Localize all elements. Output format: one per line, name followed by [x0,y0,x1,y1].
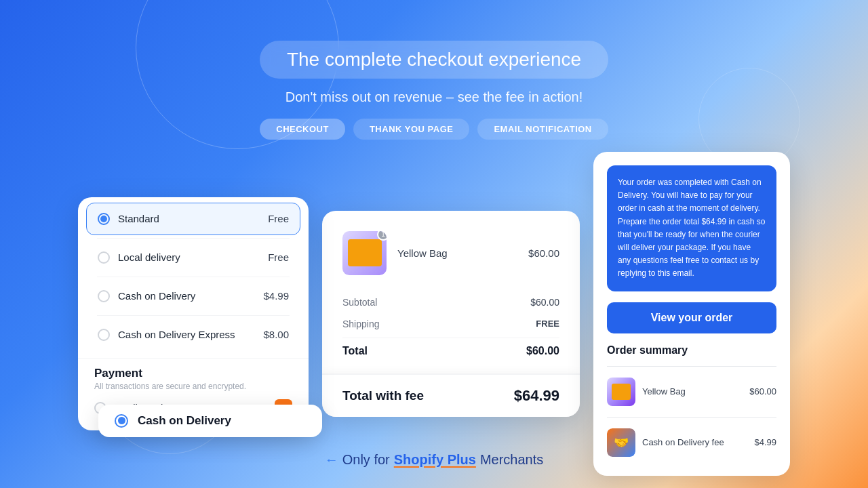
order-item-bag-name: Yellow Bag [642,386,743,396]
order-panel: 1 Yellow Bag $60.00 Subtotal $60.00 Ship… [322,211,580,417]
order-item-divider [607,417,776,418]
bag-quantity-badge: 1 [377,231,387,241]
fee-label: Total with fee [342,388,424,403]
checkout-panel-wrapper: Standard Free Local delivery Free [78,197,309,430]
fee-value: $64.99 [514,387,559,405]
footer-text: ← Only for Shopify Plus Merchants [325,452,544,468]
footer-suffix: Merchants [480,452,543,468]
divider-3 [97,315,290,316]
order-summary-divider [607,366,776,367]
shipping-row: Shipping FREE [342,313,559,335]
payment-subtitle: All transactions are secure and encrypte… [94,382,292,391]
tab-email-notification[interactable]: EMAIL NOTIFICATION [477,119,608,140]
shipping-option-standard[interactable]: Standard Free [86,203,300,235]
yellow-bag-shape [348,239,382,266]
yellow-bag-thumbnail [607,378,635,406]
cod-floating-card[interactable]: Cash on Delivery [98,405,322,437]
page-title: The complete checkout experience [287,49,581,70]
email-text: Your order was completed with Cash on De… [618,176,766,281]
standard-price: Free [268,213,289,224]
order-item-cod-name: Cash on Delivery fee [642,437,747,447]
cod-card-label: Cash on Delivery [138,414,231,428]
cod-express-price: $8.00 [263,329,289,340]
radio-cod [98,290,110,302]
radio-cod-express [98,329,110,341]
total-value: $60.00 [526,345,559,357]
bag-icon [612,384,631,400]
cod-label: Cash on Delivery [118,290,195,302]
radio-standard [98,213,110,225]
payment-title: Payment [94,367,292,380]
order-item-cod-price: $4.99 [754,437,776,447]
radio-local [98,251,110,264]
cod-fee-icon: 🤝 [614,435,629,450]
checkout-panel: Standard Free Local delivery Free [78,197,309,430]
header-subtitle: Don't miss out on revenue – see the fee … [285,89,583,105]
local-label: Local delivery [118,251,180,263]
order-panel-wrapper: 1 Yellow Bag $60.00 Subtotal $60.00 Ship… [322,211,580,417]
fee-banner: Total with fee $64.99 [322,373,580,417]
subtotal-value: $60.00 [530,297,559,308]
footer-prefix: Only for [342,452,390,468]
cod-fee-thumbnail: 🤝 [607,428,635,457]
order-item-bag-price: $60.00 [749,386,776,396]
subtotal-label: Subtotal [342,297,377,308]
divider-2 [97,277,290,277]
product-name: Yellow Bag [397,247,517,259]
cod-price: $4.99 [263,290,289,302]
order-inner: 1 Yellow Bag $60.00 Subtotal $60.00 Ship… [322,211,580,373]
local-price: Free [268,251,289,263]
view-order-button[interactable]: View your order [607,302,776,333]
order-item-yellow-bag: Yellow Bag $60.00 [607,372,776,411]
tab-bar: CHECKOUT THANK YOU PAGE EMAIL NOTIFICATI… [260,119,608,140]
shipping-option-cod[interactable]: Cash on Delivery $4.99 [86,280,300,312]
cod-express-label: Cash on Delivery Express [118,329,235,340]
shipping-option-local[interactable]: Local delivery Free [86,241,300,274]
standard-label: Standard [118,213,159,224]
shipping-options: Standard Free Local delivery Free [78,197,309,358]
product-image: 1 [342,231,387,275]
order-item-cod-fee: 🤝 Cash on Delivery fee $4.99 [607,423,776,462]
arrow-left-icon: ← [325,452,338,468]
product-row: 1 Yellow Bag $60.00 [342,231,559,275]
tab-thank-you[interactable]: THANK YOU PAGE [353,119,470,140]
total-row: Total $60.00 [342,338,559,360]
subtotal-row: Subtotal $60.00 [342,291,559,313]
tab-checkout[interactable]: CHECKOUT [260,119,345,140]
header-pill: The complete checkout experience [260,41,608,79]
main-content: Standard Free Local delivery Free [0,152,868,476]
shipping-option-cod-express[interactable]: Cash on Delivery Express $8.00 [86,319,300,351]
total-label: Total [342,345,368,357]
email-message-box: Your order was completed with Cash on De… [607,165,776,291]
page-container: The complete checkout experience Don't m… [0,0,868,488]
divider-1 [97,238,290,239]
cod-card-radio [115,414,128,428]
shipping-label: Shipping [342,319,380,329]
order-summary-title: Order summary [607,344,776,357]
product-price: $60.00 [528,247,559,259]
footer-shopify-plus: Shopify Plus [394,452,476,468]
shipping-value: FREE [536,319,559,329]
email-panel: Your order was completed with Cash on De… [593,152,790,476]
